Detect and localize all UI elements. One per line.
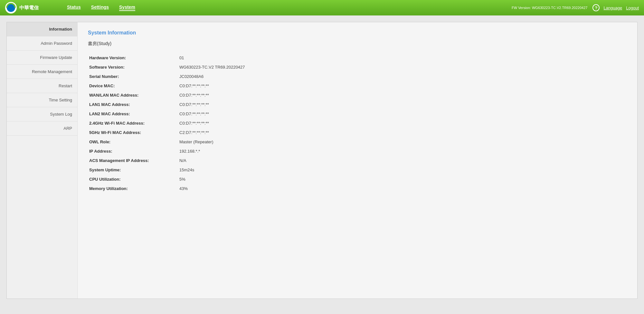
nav-system[interactable]: System — [119, 5, 135, 11]
info-label: OWL Role: — [88, 137, 178, 147]
info-value: 15m24s — [178, 165, 627, 175]
language-button[interactable]: Language — [603, 5, 622, 10]
info-value: 43% — [178, 184, 627, 193]
info-label: WAN/LAN MAC Address: — [88, 90, 178, 100]
table-row: Software Version:WG630223-TC.V2 TR69.202… — [88, 62, 627, 72]
info-label: Software Version: — [88, 62, 178, 72]
info-value: JC020048A6 — [178, 72, 627, 81]
sidebar-item-time-setting[interactable]: Time Setting — [7, 93, 77, 107]
info-value: C0:D7:**:**:**:** — [178, 90, 627, 100]
nav-settings[interactable]: Settings — [91, 5, 109, 11]
sidebar-item-remote-management[interactable]: Remote Management — [7, 65, 77, 79]
sidebar-item-arp[interactable]: ARP — [7, 121, 77, 136]
sidebar: Information Admin Password Firmware Upda… — [7, 22, 78, 299]
header-right: FW Version: WG630223-TC.V2.TR69.20220427… — [512, 4, 639, 11]
help-button[interactable]: ? — [592, 4, 600, 11]
info-value: C0:D7:**:**:**:** — [178, 100, 627, 109]
info-label: 5GHz Wi-Fi MAC Address: — [88, 128, 178, 137]
info-value: C0:D7:**:**:**:** — [178, 81, 627, 90]
logo-text: 中華電信 — [19, 5, 39, 11]
info-value: 5% — [178, 175, 627, 184]
fw-version: FW Version: WG630223-TC.V2.TR69.20220427 — [512, 6, 587, 10]
info-label: Device MAC: — [88, 81, 178, 90]
info-value: C0:D7:**:**:**:** — [178, 119, 627, 128]
info-label: IP Address: — [88, 147, 178, 156]
table-row: LAN2 MAC Address:C0:D7:**:**:**:** — [88, 109, 627, 119]
table-row: IP Address:192.168.*.* — [88, 147, 627, 156]
info-label: 2.4GHz Wi-Fi MAC Address: — [88, 119, 178, 128]
info-label: ACS Management IP Address: — [88, 156, 178, 165]
logout-button[interactable]: Logout — [626, 5, 639, 10]
table-row: WAN/LAN MAC Address:C0:D7:**:**:**:** — [88, 90, 627, 100]
sidebar-item-system-log[interactable]: System Log — [7, 107, 77, 121]
sidebar-item-firmware-update[interactable]: Firmware Update — [7, 51, 77, 65]
page-title: System Information — [88, 30, 627, 36]
info-label: Hardware Version: — [88, 53, 178, 62]
info-table: Hardware Version:01Software Version:WG63… — [88, 53, 627, 193]
info-value: WG630223-TC.V2 TR69.20220427 — [178, 62, 627, 72]
info-label: CPU Utilization: — [88, 175, 178, 184]
info-label: LAN2 MAC Address: — [88, 109, 178, 119]
header-actions: ? Language Logout — [592, 4, 639, 11]
info-label: Serial Number: — [88, 72, 178, 81]
table-row: Memory Utilization:43% — [88, 184, 627, 193]
info-value: 192.168.*.* — [178, 147, 627, 156]
info-value: Master (Repeater) — [178, 137, 627, 147]
logo-icon — [5, 2, 17, 14]
info-label: System Uptime: — [88, 165, 178, 175]
info-label: LAN1 MAC Address: — [88, 100, 178, 109]
table-row: LAN1 MAC Address:C0:D7:**:**:**:** — [88, 100, 627, 109]
table-row: CPU Utilization:5% — [88, 175, 627, 184]
table-row: Device MAC:C0:D7:**:**:**:** — [88, 81, 627, 90]
main-wrapper: Information Admin Password Firmware Upda… — [6, 22, 638, 299]
header: 中華電信 Status Settings System FW Version: … — [0, 0, 644, 15]
sidebar-item-admin-password[interactable]: Admin Password — [7, 36, 77, 51]
info-value: 01 — [178, 53, 627, 62]
device-name: 書房(Study) — [88, 41, 627, 47]
info-value: C2:D7:**:**:**:** — [178, 128, 627, 137]
info-value: N/A — [178, 156, 627, 165]
info-value: C0:D7:**:**:**:** — [178, 109, 627, 119]
main-nav: Status Settings System — [67, 5, 135, 11]
table-row: System Uptime:15m24s — [88, 165, 627, 175]
content-area: System Information 書房(Study) Hardware Ve… — [78, 22, 637, 299]
table-row: Hardware Version:01 — [88, 53, 627, 62]
sidebar-item-information[interactable]: Information — [7, 22, 77, 36]
table-row: OWL Role:Master (Repeater) — [88, 137, 627, 147]
info-label: Memory Utilization: — [88, 184, 178, 193]
table-row: 2.4GHz Wi-Fi MAC Address:C0:D7:**:**:**:… — [88, 119, 627, 128]
table-row: ACS Management IP Address:N/A — [88, 156, 627, 165]
sidebar-item-restart[interactable]: Restart — [7, 79, 77, 93]
table-row: 5GHz Wi-Fi MAC Address:C2:D7:**:**:**:** — [88, 128, 627, 137]
table-row: Serial Number:JC020048A6 — [88, 72, 627, 81]
nav-status[interactable]: Status — [67, 5, 81, 11]
logo-area: 中華電信 — [5, 2, 57, 14]
